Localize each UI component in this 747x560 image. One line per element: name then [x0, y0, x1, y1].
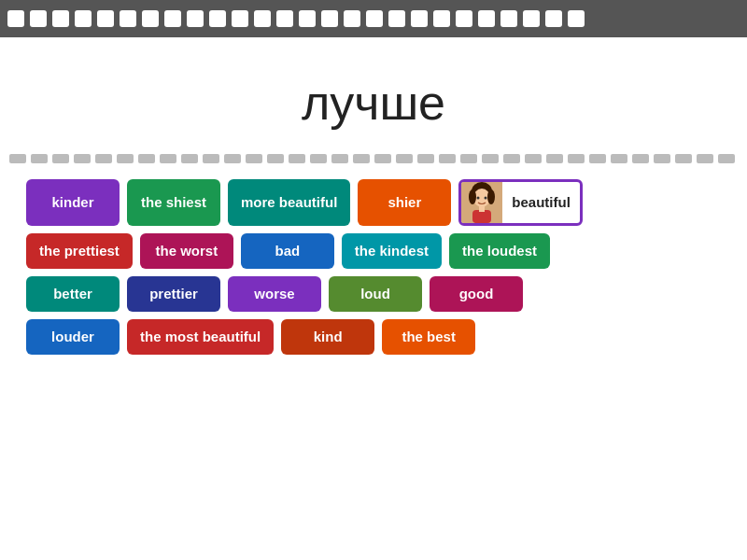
- dash-segment: [310, 154, 327, 163]
- dash-segment: [181, 154, 198, 163]
- dash-segment: [632, 154, 649, 163]
- svg-rect-6: [479, 206, 485, 212]
- word-tile-label[interactable]: the loudest: [449, 233, 550, 269]
- dash-segment: [117, 154, 134, 163]
- tile-label: beautiful: [502, 194, 580, 211]
- dash-segment: [697, 154, 713, 163]
- film-hole: [433, 10, 450, 27]
- dash-segment: [331, 154, 348, 163]
- word-tile-label[interactable]: worse: [228, 276, 321, 312]
- dash-segment: [718, 154, 735, 163]
- film-hole: [545, 10, 562, 27]
- film-hole: [523, 10, 540, 27]
- dash-segment: [439, 154, 456, 163]
- word-tile-label[interactable]: shier: [358, 179, 451, 226]
- dash-segment: [31, 154, 48, 163]
- film-hole: [164, 10, 181, 27]
- word-tile-label[interactable]: more beautiful: [228, 179, 350, 226]
- word-tile-label[interactable]: louder: [26, 319, 120, 355]
- dash-segment: [353, 154, 370, 163]
- film-hole: [411, 10, 428, 27]
- word-tile-label[interactable]: prettier: [127, 276, 220, 312]
- dash-segment: [52, 154, 69, 163]
- film-hole: [254, 10, 271, 27]
- film-strip-top: [0, 0, 747, 37]
- dash-segment: [246, 154, 262, 163]
- dash-segment: [95, 154, 112, 163]
- svg-point-7: [477, 197, 480, 200]
- word-row: the prettiestthe worstbadthe kindestthe …: [26, 233, 721, 269]
- dash-segment: [460, 154, 477, 163]
- dash-segment: [654, 154, 670, 163]
- dash-segment: [160, 154, 176, 163]
- film-hole: [120, 10, 136, 27]
- word-row: betterprettierworseloudgood: [26, 276, 721, 312]
- word-row: louderthe most beautifulkindthe best: [26, 319, 721, 355]
- dash-segment: [203, 154, 219, 163]
- film-hole: [187, 10, 204, 27]
- word-tile-label[interactable]: the best: [382, 319, 475, 355]
- film-hole: [366, 10, 383, 27]
- svg-point-3: [469, 189, 476, 204]
- dashed-divider: [0, 149, 747, 168]
- word-tile-label[interactable]: the kindest: [342, 233, 442, 269]
- film-hole: [52, 10, 69, 27]
- word-tile[interactable]: beautiful: [458, 179, 583, 226]
- dash-segment: [546, 154, 563, 163]
- film-hole: [478, 10, 495, 27]
- word-tile-label[interactable]: the shiest: [127, 179, 220, 226]
- film-hole: [299, 10, 316, 27]
- dash-segment: [289, 154, 305, 163]
- word-tile-label[interactable]: kinder: [26, 179, 120, 226]
- film-hole: [276, 10, 293, 27]
- svg-point-4: [487, 189, 495, 204]
- word-grid: kinderthe shiestmore beautifulshier: [0, 179, 747, 355]
- film-hole: [500, 10, 517, 27]
- dash-segment: [267, 154, 284, 163]
- dash-segment: [9, 154, 26, 163]
- dash-segment: [482, 154, 499, 163]
- film-hole: [456, 10, 472, 27]
- person-photo: [461, 182, 502, 223]
- word-tile-label[interactable]: loud: [329, 276, 422, 312]
- dash-segment: [374, 154, 391, 163]
- dash-segment: [417, 154, 434, 163]
- film-hole: [209, 10, 226, 27]
- dash-segment: [396, 154, 413, 163]
- film-hole: [388, 10, 405, 27]
- film-hole: [7, 10, 24, 27]
- word-tile-label[interactable]: kind: [281, 319, 374, 355]
- film-hole: [344, 10, 360, 27]
- film-hole: [97, 10, 114, 27]
- page-title: лучше: [0, 37, 747, 149]
- dash-segment: [525, 154, 542, 163]
- word-tile-label[interactable]: the most beautiful: [127, 319, 274, 355]
- film-hole: [75, 10, 92, 27]
- word-tile-label[interactable]: better: [26, 276, 120, 312]
- word-tile-label[interactable]: good: [430, 276, 523, 312]
- dash-segment: [224, 154, 241, 163]
- film-hole: [568, 10, 585, 27]
- film-hole: [232, 10, 248, 27]
- word-tile-label[interactable]: the worst: [140, 233, 233, 269]
- dash-segment: [568, 154, 585, 163]
- dash-segment: [503, 154, 520, 163]
- dash-segment: [138, 154, 155, 163]
- dash-segment: [74, 154, 91, 163]
- svg-point-8: [485, 197, 487, 200]
- dash-segment: [675, 154, 692, 163]
- film-hole: [30, 10, 47, 27]
- dash-segment: [611, 154, 627, 163]
- svg-rect-5: [472, 210, 491, 223]
- word-tile-label[interactable]: bad: [241, 233, 334, 269]
- film-hole: [321, 10, 338, 27]
- dash-segment: [589, 154, 606, 163]
- word-row: kinderthe shiestmore beautifulshier: [26, 179, 721, 226]
- film-hole: [142, 10, 159, 27]
- word-tile-label[interactable]: the prettiest: [26, 233, 133, 269]
